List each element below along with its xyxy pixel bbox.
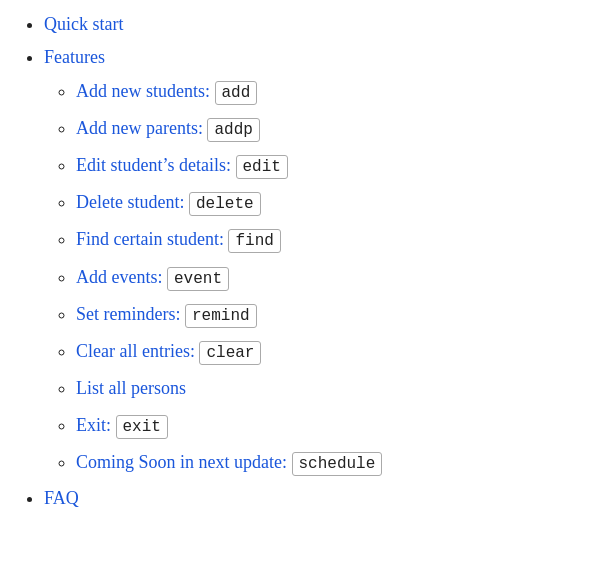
faq-link[interactable]: FAQ bbox=[44, 488, 79, 508]
list-item-quickstart: Quick start bbox=[44, 10, 598, 39]
feature-coming-soon: Coming Soon in next update: schedule bbox=[76, 447, 598, 478]
feature-exit: Exit: exit bbox=[76, 410, 598, 441]
feature-add-students-text: Add new students: bbox=[76, 81, 210, 101]
feature-delete-student-text: Delete student: bbox=[76, 192, 184, 212]
feature-add-events: Add events: event bbox=[76, 262, 598, 293]
feature-edit-details-code: edit bbox=[236, 155, 288, 179]
feature-edit-details-text: Edit student’s details: bbox=[76, 155, 231, 175]
feature-add-events-text: Add events: bbox=[76, 267, 162, 287]
quickstart-link[interactable]: Quick start bbox=[44, 14, 123, 34]
feature-add-parents-code: addp bbox=[207, 118, 259, 142]
feature-find-student: Find certain student: find bbox=[76, 224, 598, 255]
feature-coming-soon-text: Coming Soon in next update: bbox=[76, 452, 287, 472]
feature-edit-details: Edit student’s details: edit bbox=[76, 150, 598, 181]
feature-add-parents-text: Add new parents: bbox=[76, 118, 203, 138]
feature-clear-entries-text: Clear all entries: bbox=[76, 341, 195, 361]
feature-exit-code: exit bbox=[116, 415, 168, 439]
list-item-features: Features Add new students: add Add new p… bbox=[44, 43, 598, 478]
feature-set-reminders-code: remind bbox=[185, 304, 257, 328]
feature-clear-entries: Clear all entries: clear bbox=[76, 336, 598, 367]
faq-label: FAQ bbox=[44, 488, 79, 508]
feature-delete-student-code: delete bbox=[189, 192, 261, 216]
feature-list-persons-text: List all persons bbox=[76, 378, 186, 398]
feature-add-students-code: add bbox=[215, 81, 258, 105]
feature-clear-entries-code: clear bbox=[199, 341, 261, 365]
feature-coming-soon-code: schedule bbox=[292, 452, 383, 476]
features-label: Features bbox=[44, 47, 105, 67]
features-link[interactable]: Features bbox=[44, 47, 105, 67]
features-sub-list: Add new students: add Add new parents: a… bbox=[44, 76, 598, 478]
feature-find-student-code: find bbox=[228, 229, 280, 253]
feature-exit-text: Exit: bbox=[76, 415, 111, 435]
feature-set-reminders: Set reminders: remind bbox=[76, 299, 598, 330]
feature-list-persons: List all persons bbox=[76, 373, 598, 404]
list-item-faq: FAQ bbox=[44, 484, 598, 513]
main-list: Quick start Features Add new students: a… bbox=[16, 10, 598, 513]
feature-find-student-text: Find certain student: bbox=[76, 229, 224, 249]
feature-set-reminders-text: Set reminders: bbox=[76, 304, 180, 324]
feature-add-parents: Add new parents: addp bbox=[76, 113, 598, 144]
quickstart-label: Quick start bbox=[44, 14, 123, 34]
feature-add-events-code: event bbox=[167, 267, 229, 291]
feature-delete-student: Delete student: delete bbox=[76, 187, 598, 218]
feature-add-students: Add new students: add bbox=[76, 76, 598, 107]
